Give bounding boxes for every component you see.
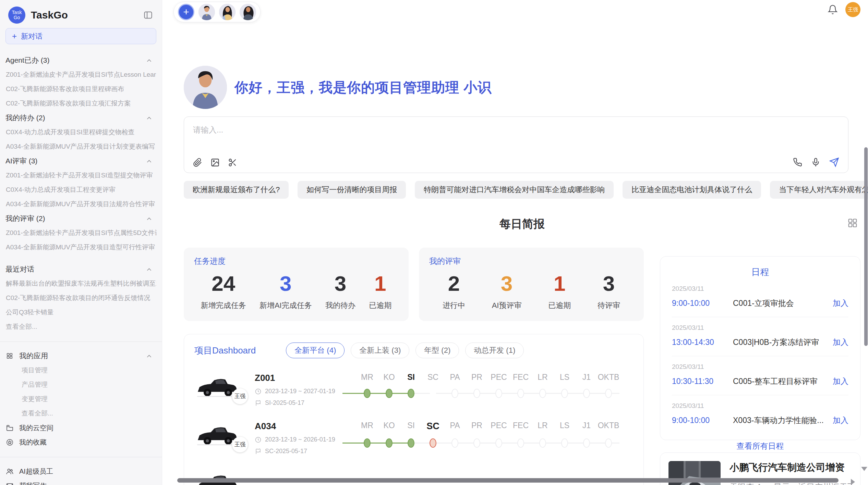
layout-grid-icon[interactable] <box>847 218 858 228</box>
sidebar-link-star-badge[interactable]: 我的收藏 <box>5 435 156 449</box>
milestone-node-alert <box>430 438 436 448</box>
suggestion-chip[interactable]: 如何写一份清晰的项目周报 <box>298 181 406 199</box>
sidebar-section-header[interactable]: Agent已办 (3) <box>5 53 156 67</box>
sidebar-conversation-item[interactable]: C02-飞腾新能源轻客改款项目立项汇报方案 <box>5 99 131 108</box>
suggestion-chip[interactable]: 当下年轻人对汽车外观有怎样的喜好趋势 <box>770 181 868 199</box>
milestone-cell <box>356 436 378 451</box>
project-info: A0342023-12-19 ~ 2026-01-19SC-2025-05-17 <box>255 421 340 455</box>
sidebar-conversation-item[interactable]: 公司Q3轻卡销量 <box>5 308 53 317</box>
sidebar-conversation-item[interactable]: Z001-全新燃油轻卡产品开发项目SI造型提交物评审 <box>5 171 153 180</box>
milestone-label: SI <box>400 373 422 382</box>
milestone-labels: MRKOSISCPAPRPECFECLRLSJ1OKTB <box>342 373 633 382</box>
project-dates: 2023-12-19 ~ 2026-01-19 <box>265 436 335 443</box>
chevron-up-icon[interactable] <box>145 266 153 273</box>
dashboard-tab[interactable]: 全新平台 (4) <box>286 343 345 358</box>
project-dates-row: 2023-12-19 ~ 2027-01-19 <box>255 388 340 395</box>
sidebar-conversation-item[interactable]: C0X4-动力总成开发项目SI里程碑提交物检查 <box>5 128 135 137</box>
chevron-up-icon[interactable] <box>145 215 153 223</box>
clock-icon <box>255 388 262 395</box>
sidebar-conversation-item[interactable]: Z001-全新燃油轻卡产品开发项目SI节点属性5D文件评审 <box>5 228 156 237</box>
collaborator-avatar[interactable] <box>240 4 256 20</box>
sidebar-section-title: Agent已办 (3) <box>5 55 49 65</box>
milestone-label: PEC <box>488 373 510 382</box>
view-all-schedule-link[interactable]: 查看所有日程 <box>672 441 848 451</box>
user-avatar[interactable]: 王强 <box>845 2 860 17</box>
clock-icon <box>255 436 262 443</box>
chat-input[interactable] <box>193 123 837 137</box>
suggestion-chip[interactable]: 比亚迪全固态电池计划具体说了什么 <box>623 181 761 199</box>
new-chat-button[interactable]: + 新对话 <box>5 28 156 44</box>
join-link[interactable]: 加入 <box>833 376 848 387</box>
suggestion-chip[interactable]: 特朗普可能对进口汽车增税会对中国车企造成哪些影响 <box>415 181 614 199</box>
paperclip-icon[interactable] <box>193 158 202 167</box>
chevron-up-icon[interactable] <box>145 114 153 122</box>
sidebar-section-header[interactable]: 最近对话 <box>5 262 156 276</box>
dashboard-tab[interactable]: 年型 (2) <box>415 343 459 358</box>
image-icon[interactable] <box>210 158 220 167</box>
sidebar-conversation-item[interactable]: Z001-全新燃油皮卡产品开发项目SI节点Lesson Learn报告 <box>5 70 156 79</box>
milestone-label: MR <box>356 373 378 382</box>
microphone-icon[interactable] <box>811 158 820 167</box>
stat: 24新增完成任务 <box>201 271 246 311</box>
sidebar-section-header[interactable]: AI评审 (3) <box>5 154 156 168</box>
sidebar-item-row: C0X4-动力总成开发项目工程变更评审 <box>5 183 156 197</box>
horizontal-scrollbar[interactable] <box>177 478 839 483</box>
phone-icon[interactable] <box>793 158 802 167</box>
sidebar-conversation-item[interactable]: C02-飞腾新能源轻客改款项目的闭环通告反馈情况 <box>5 294 150 302</box>
sidebar-app-item[interactable]: 变更管理 <box>5 395 48 403</box>
sidebar-conversation-item[interactable]: A034-全新新能源MUV产品开发项目造型可行性评审 <box>5 243 155 252</box>
sidebar-conversation-item[interactable]: C02-飞腾新能源轻客改款项目里程碑画布 <box>5 85 124 94</box>
scroll-right-arrow[interactable] <box>851 479 855 485</box>
sidebar-section-header[interactable]: 我的评审 (2) <box>5 211 156 226</box>
stat-value: 1 <box>369 271 391 296</box>
sidebar-conversation-item[interactable]: A034-全新新能源MUV产品开发项目计划变更表编写 <box>5 142 155 151</box>
sidebar-link-mail-pen[interactable]: 帮我写作 <box>5 478 156 485</box>
milestone-cell <box>444 386 466 401</box>
collaborator-avatar[interactable] <box>219 4 236 20</box>
sidebar-section-header[interactable]: 我的待办 (2) <box>5 111 156 125</box>
schedule-items: 2025/03/119:00-10:00C001-立项审批会加入2025/03/… <box>672 278 848 434</box>
schedule-time: 9:00-10:00 <box>672 416 733 425</box>
sidebar-item-row: Z001-全新燃油轻卡产品开发项目SI节点属性5D文件评审 <box>5 226 156 240</box>
notification-bell-icon[interactable] <box>828 4 838 15</box>
scroll-down-arrow[interactable] <box>861 467 867 471</box>
sidebar-conversation-item[interactable]: A034-全新新能源MUV产品开发项目法规符合性评审 <box>5 200 155 209</box>
collaborator-avatar[interactable] <box>198 4 215 20</box>
scissors-icon[interactable] <box>228 158 237 167</box>
project-row[interactable]: 王强Z0012023-12-19 ~ 2027-01-19SI-2025-05-… <box>194 373 633 407</box>
sidebar-link-users[interactable]: AI超级员工 <box>5 464 156 478</box>
join-link[interactable]: 加入 <box>833 298 848 309</box>
stat-card-title: 任务进度 <box>194 256 398 266</box>
join-link[interactable]: 加入 <box>833 415 848 426</box>
sidebar-conversation-item[interactable]: C0X4-动力总成开发项目工程变更评审 <box>5 185 116 194</box>
sidebar-app-item[interactable]: 查看全部... <box>5 409 53 418</box>
sidebar-conversation-item[interactable]: 查看全部... <box>5 322 37 331</box>
chevron-up-icon[interactable] <box>145 57 153 64</box>
join-link[interactable]: 加入 <box>833 337 848 348</box>
add-button[interactable]: + <box>178 4 194 20</box>
collapse-sidebar-icon[interactable] <box>143 10 153 20</box>
vertical-scrollbar[interactable] <box>864 147 868 346</box>
send-icon[interactable] <box>829 157 839 167</box>
cloud-folder-icon <box>5 424 14 432</box>
dashboard-tab[interactable]: 全新上装 (3) <box>351 343 409 358</box>
project-row[interactable]: 王强A0342023-12-19 ~ 2026-01-19SC-2025-05-… <box>194 421 633 455</box>
dashboard-tab[interactable]: 动总开发 (1) <box>465 343 524 358</box>
schedule-date: 2025/03/11 <box>672 402 848 410</box>
sidebar-link-cloud-folder[interactable]: 我的云空间 <box>5 421 156 435</box>
milestone-cell <box>466 436 488 451</box>
sidebar-app-row: 变更管理 <box>5 392 156 406</box>
schedule-date: 2025/03/11 <box>672 285 848 293</box>
dashboard-header: 项目Dashboard 全新平台 (4)全新上装 (3)年型 (2)动总开发 (… <box>194 343 633 358</box>
milestone-label: FEC <box>510 373 532 382</box>
sidebar-apps-title: 我的应用 <box>19 351 48 361</box>
chevron-up-icon[interactable] <box>145 158 153 165</box>
sidebar-conversation-item[interactable]: 解释最新出台的欧盟报废车法规再生塑料比例被调至15%... <box>5 279 156 288</box>
milestone-node-todo <box>605 389 612 398</box>
sidebar-apps-header[interactable]: 我的应用 <box>5 349 156 363</box>
sidebar-link-label: 我的云空间 <box>19 423 53 433</box>
sidebar-app-item[interactable]: 项目管理 <box>5 366 48 375</box>
sidebar-app-item[interactable]: 产品管理 <box>5 380 48 389</box>
suggestion-chip[interactable]: 欧洲新规最近颁布了什么? <box>184 181 289 199</box>
chevron-up-icon[interactable] <box>145 352 153 360</box>
